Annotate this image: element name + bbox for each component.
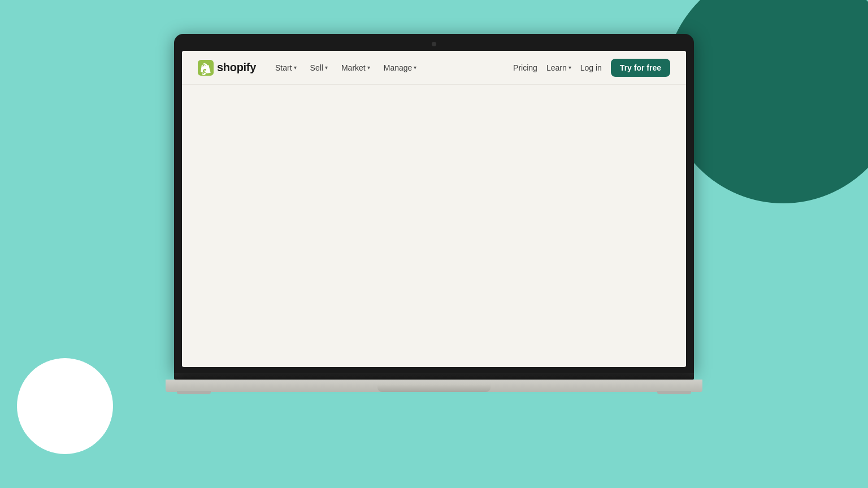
chevron-down-icon: ▾ <box>414 64 416 71</box>
try-free-button[interactable]: Try for free <box>611 59 670 77</box>
nav-link-login[interactable]: Log in <box>580 63 602 72</box>
shopify-logo[interactable]: shopify <box>198 60 256 76</box>
laptop-foot-left <box>177 391 211 394</box>
chevron-down-icon: ▾ <box>367 64 370 71</box>
decorative-circle-bottom-left <box>17 358 113 454</box>
nav-link-learn[interactable]: Learn ▾ <box>546 63 571 72</box>
nav-item-sell[interactable]: Sell ▾ <box>305 60 333 76</box>
nav-menu-left: Start ▾ Sell ▾ Market ▾ Manage <box>270 60 422 76</box>
nav-item-manage[interactable]: Manage ▾ <box>378 60 423 76</box>
chevron-down-icon: ▾ <box>325 64 328 71</box>
laptop-mockup: shopify Start ▾ Sell ▾ Market <box>166 34 702 392</box>
chevron-down-icon: ▾ <box>294 64 297 71</box>
laptop-hinge <box>174 373 694 380</box>
laptop-screen: shopify Start ▾ Sell ▾ Market <box>182 51 686 367</box>
shopify-bag-icon <box>198 60 214 76</box>
browser-navbar: shopify Start ▾ Sell ▾ Market <box>182 51 686 85</box>
nav-right: Pricing Learn ▾ Log in Try for free <box>513 59 670 77</box>
nav-item-start[interactable]: Start ▾ <box>270 60 302 76</box>
laptop-base <box>166 380 702 392</box>
laptop-body: shopify Start ▾ Sell ▾ Market <box>174 34 694 373</box>
nav-link-pricing[interactable]: Pricing <box>513 63 537 72</box>
logo-text: shopify <box>217 61 256 74</box>
chevron-down-icon: ▾ <box>568 64 571 71</box>
laptop-camera <box>432 42 436 46</box>
laptop-stand <box>377 384 491 392</box>
nav-left: shopify Start ▾ Sell ▾ Market <box>198 60 422 76</box>
laptop-foot-right <box>657 391 691 394</box>
screen-content <box>182 85 686 367</box>
nav-item-market[interactable]: Market ▾ <box>336 60 376 76</box>
